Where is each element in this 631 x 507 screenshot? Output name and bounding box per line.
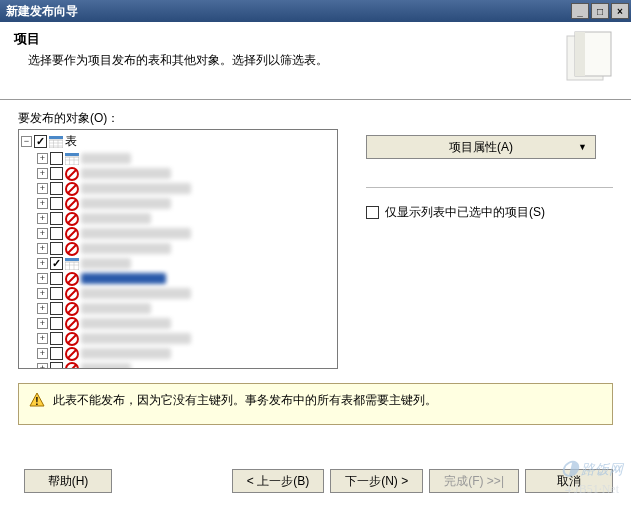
- item-checkbox[interactable]: [50, 182, 63, 195]
- tree-item[interactable]: +: [37, 181, 335, 196]
- next-button[interactable]: 下一步(N) >: [330, 469, 423, 493]
- help-button[interactable]: 帮助(H): [24, 469, 112, 493]
- show-selected-row[interactable]: 仅显示列表中已选中的项目(S): [366, 204, 613, 221]
- item-checkbox[interactable]: [50, 272, 63, 285]
- table-icon: [65, 153, 79, 165]
- item-label-redacted: [81, 333, 191, 344]
- expand-icon[interactable]: +: [37, 288, 48, 299]
- item-label-redacted: [81, 273, 166, 284]
- item-checkbox[interactable]: [50, 227, 63, 240]
- tree-item[interactable]: +: [37, 346, 335, 361]
- expand-icon[interactable]: +: [37, 243, 48, 254]
- blocked-icon: [65, 227, 79, 241]
- expand-icon[interactable]: +: [37, 318, 48, 329]
- item-label-redacted: [81, 303, 151, 314]
- item-checkbox[interactable]: [50, 302, 63, 315]
- tree-item[interactable]: +: [37, 241, 335, 256]
- cancel-button[interactable]: 取消: [525, 469, 613, 493]
- tree-root-tables[interactable]: − 表: [21, 132, 335, 151]
- minimize-button[interactable]: _: [571, 3, 589, 19]
- expand-icon[interactable]: +: [37, 363, 48, 369]
- expand-icon[interactable]: +: [37, 273, 48, 284]
- page-title: 项目: [14, 30, 617, 48]
- tree-item[interactable]: +: [37, 226, 335, 241]
- tree-item[interactable]: +: [37, 316, 335, 331]
- item-label-redacted: [81, 348, 171, 359]
- tree-item[interactable]: +: [37, 286, 335, 301]
- blocked-icon: [65, 347, 79, 361]
- item-label-redacted: [81, 318, 171, 329]
- divider: [366, 187, 613, 188]
- page-subtitle: 选择要作为项目发布的表和其他对象。选择列以筛选表。: [28, 52, 617, 69]
- expand-icon[interactable]: +: [37, 183, 48, 194]
- expand-icon[interactable]: +: [37, 198, 48, 209]
- tree-item[interactable]: +: [37, 256, 335, 271]
- expand-icon[interactable]: +: [37, 333, 48, 344]
- item-label-redacted: [81, 153, 131, 164]
- tree-item[interactable]: +: [37, 271, 335, 286]
- svg-rect-10: [65, 157, 79, 165]
- content-area: 要发布的对象(O)： − 表 +++++++++++++++ 项目属性(A) ▼…: [0, 100, 631, 369]
- item-checkbox[interactable]: [50, 152, 63, 165]
- expand-icon[interactable]: +: [37, 228, 48, 239]
- blocked-icon: [65, 362, 79, 370]
- item-checkbox[interactable]: [50, 287, 63, 300]
- expand-icon[interactable]: +: [37, 213, 48, 224]
- item-label-redacted: [81, 258, 131, 269]
- item-checkbox[interactable]: [50, 332, 63, 345]
- item-checkbox[interactable]: [50, 347, 63, 360]
- item-checkbox[interactable]: [50, 362, 63, 369]
- expand-icon[interactable]: +: [37, 168, 48, 179]
- footer: 帮助(H) < 上一步(B) 下一步(N) > 完成(F) >>| 取消: [0, 458, 631, 507]
- item-checkbox[interactable]: [50, 257, 63, 270]
- show-selected-checkbox[interactable]: [366, 206, 379, 219]
- tree-item[interactable]: +: [37, 301, 335, 316]
- item-checkbox[interactable]: [50, 212, 63, 225]
- svg-rect-3: [49, 136, 63, 139]
- objects-tree[interactable]: − 表 +++++++++++++++: [18, 129, 338, 369]
- tree-item[interactable]: +: [37, 166, 335, 181]
- back-button[interactable]: < 上一步(B): [232, 469, 324, 493]
- item-properties-button[interactable]: 项目属性(A) ▼: [366, 135, 596, 159]
- tree-item[interactable]: +: [37, 211, 335, 226]
- tree-item[interactable]: +: [37, 331, 335, 346]
- tree-children: +++++++++++++++: [37, 151, 335, 369]
- wizard-header: 项目 选择要作为项目发布的表和其他对象。选择列以筛选表。: [0, 22, 631, 100]
- item-checkbox[interactable]: [50, 167, 63, 180]
- blocked-icon: [65, 332, 79, 346]
- item-checkbox[interactable]: [50, 197, 63, 210]
- blocked-icon: [65, 197, 79, 211]
- expand-icon[interactable]: +: [37, 153, 48, 164]
- blocked-icon: [65, 242, 79, 256]
- item-label-redacted: [81, 183, 191, 194]
- warning-text: 此表不能发布，因为它没有主键列。事务发布中的所有表都需要主键列。: [53, 392, 437, 409]
- item-checkbox[interactable]: [50, 242, 63, 255]
- close-button[interactable]: ×: [611, 3, 629, 19]
- item-label-redacted: [81, 213, 151, 224]
- maximize-button[interactable]: □: [591, 3, 609, 19]
- expand-icon[interactable]: +: [37, 258, 48, 269]
- show-selected-label: 仅显示列表中已选中的项目(S): [385, 204, 545, 221]
- collapse-icon[interactable]: −: [21, 136, 32, 147]
- tree-item[interactable]: +: [37, 361, 335, 369]
- titlebar: 新建发布向导 _ □ ×: [0, 0, 631, 22]
- svg-rect-9: [65, 153, 79, 156]
- svg-rect-14: [65, 258, 79, 261]
- blocked-icon: [65, 182, 79, 196]
- root-checkbox[interactable]: [34, 135, 47, 148]
- tree-item[interactable]: +: [37, 151, 335, 166]
- right-column: 项目属性(A) ▼ 仅显示列表中已选中的项目(S): [366, 129, 613, 369]
- window-title: 新建发布向导: [6, 3, 569, 20]
- item-checkbox[interactable]: [50, 317, 63, 330]
- dropdown-arrow-icon: ▼: [578, 142, 587, 152]
- item-label-redacted: [81, 198, 171, 209]
- expand-icon[interactable]: +: [37, 303, 48, 314]
- warning-box: ! 此表不能发布，因为它没有主键列。事务发布中的所有表都需要主键列。: [18, 383, 613, 425]
- item-label-redacted: [81, 228, 191, 239]
- svg-text:!: !: [35, 396, 38, 407]
- svg-rect-15: [65, 262, 79, 270]
- blocked-icon: [65, 317, 79, 331]
- item-label-redacted: [81, 243, 171, 254]
- expand-icon[interactable]: +: [37, 348, 48, 359]
- tree-item[interactable]: +: [37, 196, 335, 211]
